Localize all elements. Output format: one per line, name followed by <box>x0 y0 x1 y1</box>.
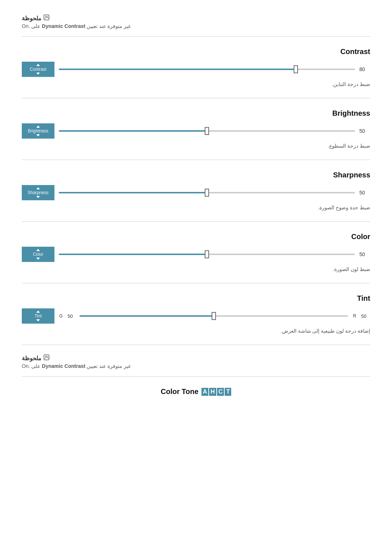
brightness-slider-row: Brightness 50 <box>22 123 370 139</box>
contrast-fill <box>59 69 296 70</box>
brightness-fill <box>59 130 207 132</box>
contrast-arrow-up[interactable] <box>36 64 40 66</box>
color-tone-text: Color Tone <box>161 387 199 396</box>
brightness-value: 50 <box>359 128 370 134</box>
divider-tint <box>22 345 370 345</box>
contrast-description: ضبط درجة التباين. <box>22 81 370 87</box>
brightness-label-box[interactable]: Brightness <box>22 123 54 139</box>
tint-g-value: 50 <box>68 313 77 319</box>
brightness-track-container <box>59 127 355 135</box>
sharpness-description: ضبط حدة وضوح الصورة. <box>22 205 370 210</box>
tint-arrow-down[interactable] <box>36 319 40 321</box>
color-track-container <box>59 251 355 258</box>
color-arrow-up[interactable] <box>36 249 40 251</box>
svg-point-1 <box>45 19 45 19</box>
tint-label-box[interactable]: Tint <box>22 308 54 324</box>
note-icon-top <box>44 15 49 22</box>
divider-top <box>22 36 370 37</box>
tcha-letter-a: A <box>201 388 209 396</box>
contrast-section: Contrast Contrast 80 ضبط درجة التباين. <box>22 40 370 94</box>
tint-description: إضافة درجة لون طبيعية إلى شاشة العرض. <box>22 328 370 334</box>
brightness-description: ضبط درجة السطوع. <box>22 143 370 149</box>
sharpness-slider-row: Sharpness 50 <box>22 185 370 200</box>
contrast-title: Contrast <box>22 48 370 56</box>
divider-color <box>22 283 370 283</box>
brightness-label: Brightness <box>28 128 49 134</box>
divider-brightness <box>22 160 370 160</box>
sharpness-track-container <box>59 189 355 196</box>
color-value: 50 <box>359 251 370 257</box>
sharpness-label: Sharpness <box>28 190 48 195</box>
contrast-label: Contrast <box>30 67 46 72</box>
brightness-title: Brightness <box>22 109 370 118</box>
contrast-arrow-down[interactable] <box>36 73 40 75</box>
sharpness-section: Sharpness Sharpness 50 ضبط حدة وضوح الصو… <box>22 164 370 218</box>
sharpness-label-box[interactable]: Sharpness <box>22 185 54 200</box>
divider-sharpness <box>22 221 370 222</box>
tint-section: Tint Tint G 50 R 50 إضافة درجة لون طبيعي… <box>22 287 370 341</box>
tint-title: Tint <box>22 294 370 303</box>
contrast-label-box[interactable]: Contrast <box>22 62 54 77</box>
color-fill <box>59 254 207 255</box>
tint-track <box>79 315 348 317</box>
note-icon-bottom <box>44 354 49 362</box>
sharpness-fill <box>59 192 207 193</box>
tint-thumb[interactable] <box>212 312 216 320</box>
color-section: Color Color 50 ضبط لون الصورة. <box>22 225 370 279</box>
top-note-title: ملحوظة <box>22 15 49 22</box>
contrast-track-container <box>59 66 355 73</box>
contrast-value: 80 <box>359 66 370 72</box>
brightness-track <box>59 130 355 132</box>
color-label-box[interactable]: Color <box>22 247 54 262</box>
contrast-thumb[interactable] <box>294 65 298 73</box>
tint-r-value: 50 <box>361 313 370 319</box>
color-tone-section: T C H A Color Tone <box>22 380 370 403</box>
contrast-slider-row: Contrast 80 <box>22 62 370 77</box>
tcha-letter-h: H <box>209 388 216 396</box>
sharpness-title: Sharpness <box>22 171 370 179</box>
svg-rect-0 <box>44 15 49 20</box>
tint-r-label: R <box>351 313 358 319</box>
color-slider-row: Color 50 <box>22 247 370 262</box>
divider-contrast <box>22 98 370 98</box>
color-thumb[interactable] <box>205 250 209 258</box>
tcha-letter-c: C <box>217 388 224 396</box>
color-arrow-down[interactable] <box>36 258 40 260</box>
sharpness-arrow-up[interactable] <box>36 187 40 189</box>
svg-rect-2 <box>44 355 49 360</box>
bottom-note-title: ملحوظة <box>22 354 49 362</box>
brightness-arrow-up[interactable] <box>36 126 40 128</box>
bottom-note-text: غير متوفرة عند تعيين Dynamic Contrast عل… <box>22 363 131 369</box>
top-note-text: غير متوفرة عند تعيين Dynamic Contrast عل… <box>22 23 131 29</box>
tcha-letter-t: T <box>225 388 231 396</box>
color-label: Color <box>33 252 44 257</box>
brightness-arrow-down[interactable] <box>36 134 40 136</box>
tint-label: Tint <box>34 313 42 319</box>
contrast-track <box>59 69 355 70</box>
color-tone-label: T C H A Color Tone <box>161 387 232 396</box>
brightness-section: Brightness Brightness 50 ضبط درجة السطوع… <box>22 102 370 156</box>
tint-track-container <box>79 312 348 320</box>
divider-bottom-note <box>22 376 370 377</box>
sharpness-thumb[interactable] <box>205 189 209 197</box>
top-note: ملحوظة غير متوفرة عند تعيين Dynamic Cont… <box>22 11 370 33</box>
svg-point-3 <box>45 358 45 359</box>
tint-arrow-up[interactable] <box>36 311 40 313</box>
tint-slider-row: Tint G 50 R 50 <box>22 308 370 324</box>
sharpness-value: 50 <box>359 190 370 196</box>
brightness-thumb[interactable] <box>205 127 209 135</box>
color-title: Color <box>22 233 370 241</box>
sharpness-arrow-down[interactable] <box>36 196 40 198</box>
color-track <box>59 254 355 255</box>
bottom-note: ملحوظة غير متوفرة عند تعيين Dynamic Cont… <box>22 349 370 373</box>
sharpness-track <box>59 192 355 193</box>
tint-g-label: G <box>57 313 65 319</box>
color-description: ضبط لون الصورة. <box>22 266 370 272</box>
